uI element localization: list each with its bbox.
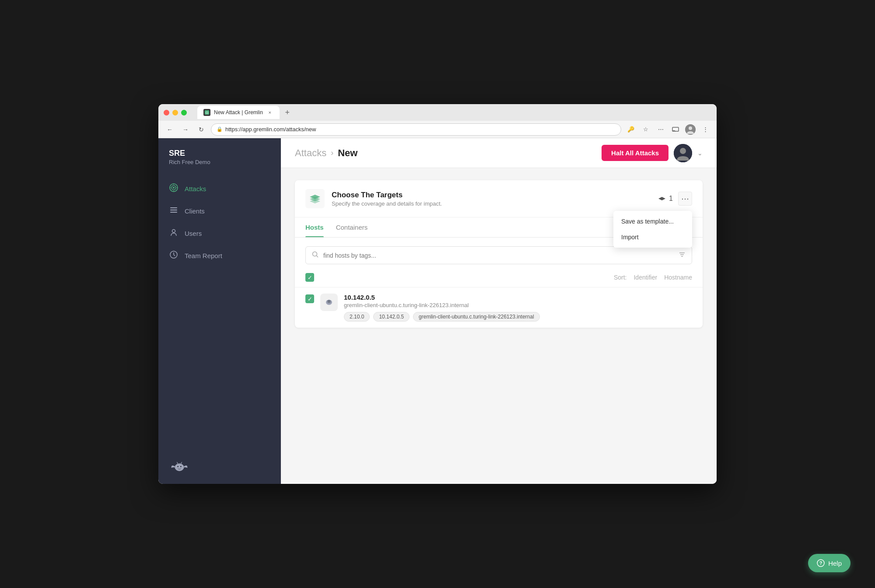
svg-rect-14 — [170, 212, 177, 213]
host-list-header: ✓ Sort: Identifier Hostname — [295, 273, 703, 287]
menu-icon[interactable]: ⋮ — [699, 123, 711, 136]
svg-rect-13 — [170, 210, 177, 210]
users-icon — [169, 228, 178, 239]
reload-button[interactable]: ↻ — [195, 123, 207, 136]
traffic-lights — [164, 110, 187, 116]
user-menu-chevron-icon[interactable]: ⌄ — [697, 150, 703, 157]
svg-point-19 — [175, 463, 184, 471]
breadcrumb-attacks-link[interactable]: Attacks — [295, 147, 326, 159]
card-header-right: 1 ⋯ Save as template... Import — [658, 192, 692, 206]
svg-text:?: ? — [819, 560, 822, 566]
main-content: Attacks › New Halt All Attacks ⌄ — [281, 138, 717, 484]
sidebar-item-team-report-label: Team Report — [185, 252, 222, 259]
search-hosts-input[interactable] — [323, 252, 674, 259]
user-profile-icon[interactable] — [684, 123, 696, 136]
maximize-button[interactable] — [181, 110, 187, 116]
browser-tab[interactable]: G New Attack | Gremlin × — [197, 106, 280, 119]
sidebar-item-clients-label: Clients — [185, 207, 205, 215]
sort-by-hostname[interactable]: Hostname — [664, 274, 692, 281]
targets-card: Choose The Targets Specify the coverage … — [295, 180, 703, 328]
sidebar-item-clients[interactable]: Clients — [158, 200, 281, 222]
page-content: Choose The Targets Specify the coverage … — [281, 168, 717, 484]
star-icon[interactable]: ☆ — [640, 123, 652, 136]
filter-icon[interactable] — [679, 251, 686, 259]
help-circle-icon: ? — [817, 559, 825, 567]
extensions-icon[interactable]: ⋯ — [654, 123, 667, 136]
host-tags: 2.10.0 10.142.0.5 gremlin-client-ubuntu.… — [344, 312, 692, 322]
svg-text:G: G — [206, 111, 208, 115]
import-option[interactable]: Import — [613, 229, 692, 245]
host-tag-hostname[interactable]: gremlin-client-ubuntu.c.turing-link-2261… — [413, 312, 539, 322]
cast-icon — [669, 123, 682, 136]
host-gremlin-icon — [320, 294, 338, 311]
card-subtitle: Specify the coverage and details for imp… — [332, 200, 442, 207]
sidebar-logo — [158, 451, 281, 484]
minimize-button[interactable] — [172, 110, 178, 116]
tab-bar: G New Attack | Gremlin × + — [197, 106, 711, 119]
svg-point-23 — [680, 148, 686, 154]
svg-point-4 — [689, 126, 692, 130]
top-header: Attacks › New Halt All Attacks ⌄ — [281, 138, 717, 168]
tab-close-button[interactable]: × — [266, 109, 273, 116]
card-header-left: Choose The Targets Specify the coverage … — [305, 189, 442, 208]
sidebar-nav: Attacks Clients — [158, 174, 281, 451]
back-button[interactable]: ← — [164, 123, 176, 136]
host-info: 10.142.0.5 gremlin-client-ubuntu.c.turin… — [344, 294, 692, 322]
close-button[interactable] — [164, 110, 169, 116]
card-title-block: Choose The Targets Specify the coverage … — [332, 191, 442, 207]
sidebar-demo: Rich Free Demo — [169, 159, 270, 165]
sidebar-item-attacks-label: Attacks — [185, 185, 206, 192]
clients-icon — [169, 206, 178, 217]
host-tag-version[interactable]: 2.10.0 — [344, 312, 370, 322]
header-right: Halt All Attacks ⌄ — [602, 144, 703, 162]
search-icon — [312, 251, 319, 259]
save-as-template-option[interactable]: Save as template... — [613, 214, 692, 229]
key-icon: 🔑 — [625, 123, 637, 136]
breadcrumb-current: New — [338, 147, 357, 159]
tab-favicon: G — [203, 109, 210, 116]
sidebar-item-attacks[interactable]: Attacks — [158, 178, 281, 200]
attacks-icon — [169, 183, 178, 194]
sort-options: Sort: Identifier Hostname — [614, 274, 692, 281]
target-icon — [305, 189, 325, 208]
new-tab-button[interactable]: + — [281, 106, 294, 119]
address-bar[interactable]: 🔒 https://app.gremlin.com/attacks/new — [211, 123, 621, 136]
sidebar-item-users-label: Users — [185, 230, 202, 237]
svg-point-11 — [173, 187, 175, 189]
sidebar-item-team-report[interactable]: Team Report — [158, 245, 281, 267]
more-options-button[interactable]: ⋯ — [678, 192, 692, 206]
sort-by-identifier[interactable]: Identifier — [634, 274, 657, 281]
svg-line-18 — [174, 255, 175, 256]
host-hostname: gremlin-client-ubuntu.c.turing-link-2261… — [344, 302, 692, 308]
tab-title: New Attack | Gremlin — [214, 109, 263, 116]
forward-button[interactable]: → — [179, 123, 192, 136]
tab-hosts[interactable]: Hosts — [305, 217, 324, 237]
sidebar-header: SRE Rich Free Demo — [158, 138, 281, 174]
sidebar: SRE Rich Free Demo — [158, 138, 281, 484]
svg-line-26 — [317, 256, 318, 258]
layers-icon — [658, 195, 666, 202]
host-checkbox[interactable]: ✓ — [305, 294, 314, 303]
host-row: ✓ 10.142.0.5 gremlin-client-ubuntu. — [295, 287, 703, 328]
svg-point-15 — [172, 230, 175, 233]
url-text: https://app.gremlin.com/attacks/new — [225, 126, 316, 133]
dropdown-menu: Save as template... Import — [613, 211, 692, 248]
app-container: SRE Rich Free Demo — [158, 138, 717, 484]
user-avatar[interactable] — [674, 144, 692, 162]
help-button[interactable]: ? Help — [808, 554, 850, 572]
tab-containers[interactable]: Containers — [336, 217, 368, 237]
halt-all-attacks-button[interactable]: Halt All Attacks — [602, 145, 668, 161]
select-all-checkbox[interactable]: ✓ — [305, 273, 314, 282]
lock-icon: 🔒 — [217, 126, 223, 132]
sidebar-org: SRE — [169, 149, 270, 158]
layer-count-value: 1 — [669, 195, 673, 203]
svg-point-20 — [177, 466, 178, 467]
search-bar — [305, 246, 692, 264]
browser-titlebar: G New Attack | Gremlin × + — [158, 104, 717, 121]
svg-point-21 — [180, 466, 182, 467]
sidebar-item-users[interactable]: Users — [158, 222, 281, 245]
svg-rect-12 — [170, 207, 177, 208]
gremlin-mascot-icon — [169, 459, 190, 475]
host-tag-ip[interactable]: 10.142.0.5 — [373, 312, 410, 322]
card-header: Choose The Targets Specify the coverage … — [295, 180, 703, 217]
